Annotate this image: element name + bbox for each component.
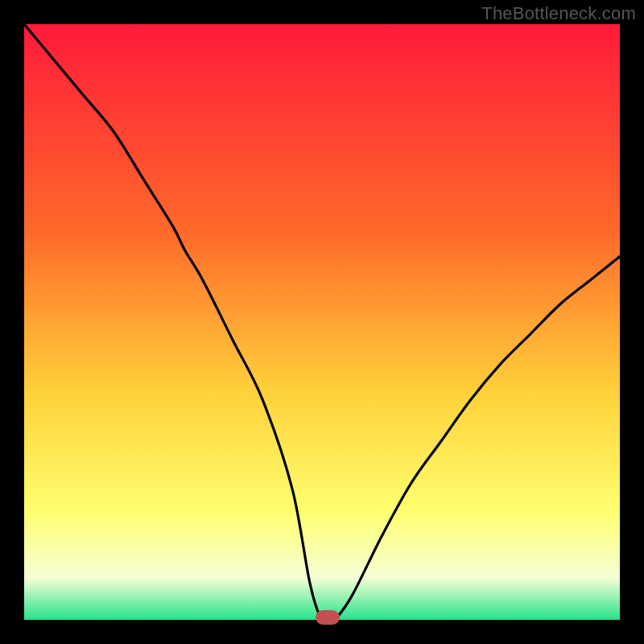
optimal-marker: [316, 610, 340, 625]
gradient-background: [24, 24, 620, 620]
chart-svg: [24, 24, 620, 620]
plot-area: [24, 24, 620, 620]
watermark-text: TheBottleneck.com: [481, 3, 636, 24]
